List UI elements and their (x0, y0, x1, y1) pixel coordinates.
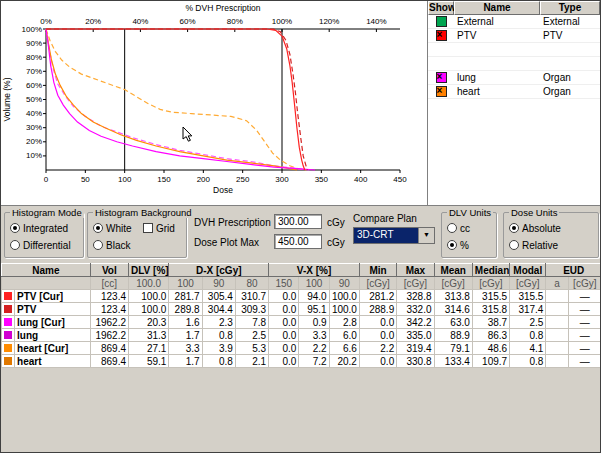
stat-cell (546, 316, 568, 329)
white-radio-icon[interactable] (93, 223, 103, 233)
stat-cell: 0.8 (510, 329, 546, 342)
controls-bar: Histogram Mode Integrated Differential H… (1, 206, 601, 263)
stat-cell: 63.0 (434, 316, 472, 329)
relative-radio-icon[interactable] (509, 240, 519, 250)
stat-cell: 2.3 (202, 316, 235, 329)
percent-radio[interactable]: % (447, 240, 469, 251)
stat-cell: 95.1 (299, 303, 329, 316)
stat-cell: 3.3 (169, 342, 202, 355)
stats-subheader-cell (2, 277, 91, 290)
dvh-prescription-label: DVH Prescription (194, 217, 271, 228)
dvh-chart-svg[interactable]: % DVH Prescription0%20%40%60%80%100%120%… (1, 1, 427, 205)
compare-plan-label: Compare Plan (353, 213, 417, 224)
integrated-radio-icon[interactable] (10, 223, 20, 233)
integrated-radio[interactable]: Integrated (10, 223, 68, 234)
absolute-radio[interactable]: Absolute (509, 223, 561, 234)
top-tick-label: 40% (132, 17, 148, 26)
row-name: lung (15, 329, 91, 342)
stat-cell: 59.1 (129, 355, 169, 368)
absolute-radio-icon[interactable] (509, 223, 519, 233)
stat-cell: 123.4 (90, 290, 128, 303)
stats-row-lung[interactable]: lung1962.231.31.70.82.50.03.36.00.0335.0… (2, 329, 601, 342)
stats-row-ptv[interactable]: PTV123.4100.0289.8304.4309.30.095.1100.0… (2, 303, 601, 316)
cc-radio-icon[interactable] (447, 223, 457, 233)
stats-header-mean: Mean (434, 264, 472, 277)
stat-cell: 0.0 (359, 355, 396, 368)
stats-row-heart-cur[interactable]: heart [Cur]869.427.13.33.95.30.02.26.62.… (2, 342, 601, 355)
white-radio[interactable]: White (93, 223, 132, 234)
cc-radio[interactable]: cc (447, 223, 470, 234)
stats-subheader-cell: [cGy] (397, 277, 434, 290)
differential-radio-icon[interactable] (10, 240, 20, 250)
stat-cell: 2.1 (235, 355, 268, 368)
dvh-analysis-window: % DVH Prescription0%20%40%60%80%100%120%… (0, 0, 601, 453)
structure-color-swatch (4, 344, 12, 352)
structure-row-lung[interactable]: ×lungOrgan (428, 71, 601, 85)
percent-radio-icon[interactable] (447, 240, 457, 250)
compare-plan-select[interactable]: 3D-CRT ▼ (353, 227, 435, 244)
stat-cell: — (568, 329, 601, 342)
white-radio-label: White (106, 223, 132, 234)
stat-cell: 3.3 (299, 329, 329, 342)
grid-checkbox-icon[interactable] (143, 223, 153, 233)
stat-cell: 48.6 (472, 342, 509, 355)
x-tick-label: 200 (197, 175, 211, 184)
x-tick-label: 250 (236, 175, 250, 184)
chevron-down-icon[interactable]: ▼ (418, 228, 434, 243)
stats-row-lung-cur[interactable]: lung [Cur]1962.220.31.62.37.80.00.92.80.… (2, 316, 601, 329)
dvh-prescription-unit: cGy (327, 217, 345, 228)
stats-header-median: Median (472, 264, 509, 277)
stat-cell: 315.5 (510, 290, 546, 303)
stats-row-heart[interactable]: heart869.459.11.70.82.10.07.220.20.0330.… (2, 355, 601, 368)
black-radio-icon[interactable] (93, 240, 103, 250)
y-tick-label: 10% (26, 151, 42, 160)
grid-checkbox[interactable]: Grid (143, 223, 175, 234)
relative-radio-label: Relative (522, 240, 558, 251)
stat-cell (546, 290, 568, 303)
histogram-mode-group: Histogram Mode Integrated Differential (4, 212, 84, 258)
top-tick-label: 140% (366, 17, 386, 26)
structure-list-header: ShowNameType (428, 1, 601, 15)
relative-radio[interactable]: Relative (509, 240, 558, 251)
structure-name: External (454, 15, 540, 28)
dose-plot-max-input[interactable]: 450.00 (274, 234, 322, 249)
stat-cell: 3.9 (202, 342, 235, 355)
stat-cell: — (568, 303, 601, 316)
structure-col-header-type: Type (540, 1, 600, 15)
structure-row-heart[interactable]: ×heartOrgan (428, 85, 601, 99)
stat-cell: 6.0 (329, 329, 359, 342)
differential-radio[interactable]: Differential (10, 240, 71, 251)
show-checkbox[interactable]: × (436, 86, 447, 97)
show-checkbox[interactable] (436, 16, 447, 27)
stats-panel: NameVolDLV [%]D-X [cGy]V-X [%]MinMaxMean… (1, 263, 601, 368)
stat-cell: 6.6 (329, 342, 359, 355)
structure-row-ptv[interactable]: ×PTVPTV (428, 29, 601, 43)
stat-cell: 0.0 (269, 316, 299, 329)
structure-row-external[interactable]: ExternalExternal (428, 15, 601, 29)
stat-cell: 310.7 (235, 290, 268, 303)
structure-name: lung (454, 71, 540, 84)
stat-cell: 0.8 (510, 355, 546, 368)
stat-cell: 319.4 (397, 342, 434, 355)
stats-row-ptv-cur[interactable]: PTV [Cur]123.4100.0281.7305.4310.70.094.… (2, 290, 601, 303)
black-radio[interactable]: Black (93, 240, 130, 251)
row-name: heart (15, 355, 91, 368)
dvh-chart-panel: % DVH Prescription0%20%40%60%80%100%120%… (1, 1, 428, 206)
show-checkbox[interactable]: × (436, 30, 447, 41)
dvh-prescription-input[interactable]: 300.00 (274, 214, 322, 229)
show-checkbox[interactable]: × (436, 72, 447, 83)
stats-header-v-x: V-X [%] (269, 264, 360, 277)
stat-cell: 94.0 (299, 290, 329, 303)
x-tick-label: 100 (118, 175, 132, 184)
structure-name (454, 57, 540, 70)
y-tick-label: 80% (26, 53, 42, 62)
stats-subheader-cell: [cGy] (568, 277, 601, 290)
stat-cell: 0.0 (269, 329, 299, 342)
stat-cell: 0.0 (269, 290, 299, 303)
y-tick-label: 100% (22, 25, 42, 34)
stat-cell: 2.8 (329, 316, 359, 329)
histogram-background-group: Histogram Background White Grid Black (87, 212, 187, 258)
stats-subheader-cell: 100 (299, 277, 329, 290)
stat-cell: 0.8 (202, 355, 235, 368)
structure-type (540, 43, 600, 56)
